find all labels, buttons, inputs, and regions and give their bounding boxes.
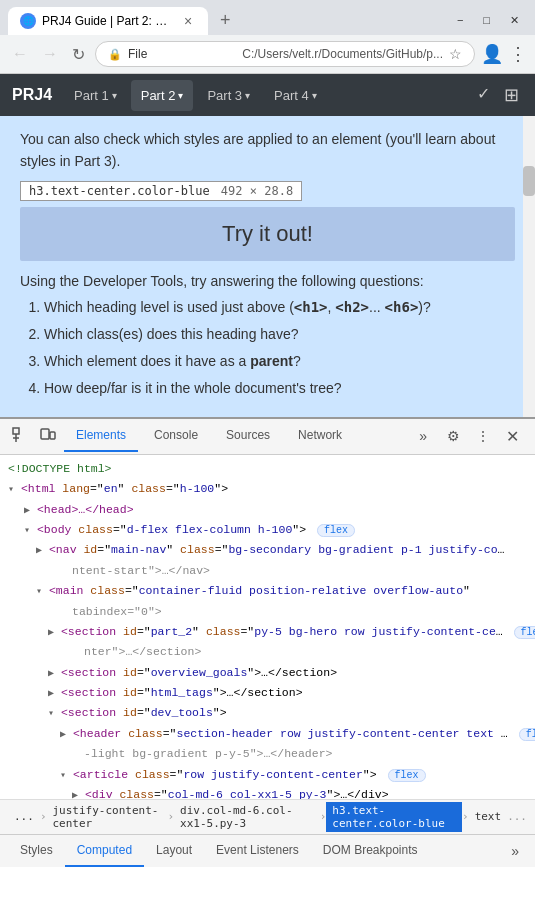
new-tab-button[interactable]: + — [212, 6, 239, 35]
address-protocol: File — [128, 47, 236, 61]
doctype-comment: <!DOCTYPE html> — [8, 462, 112, 475]
close-button[interactable]: ✕ — [502, 12, 527, 29]
breadcrumb-separator: › — [320, 810, 327, 823]
active-tab[interactable]: 🌐 PRJ4 Guide | Part 2: Edit the cont... … — [8, 7, 208, 35]
dom-line[interactable]: ▶ <section id="overview_goals">…</sectio… — [0, 663, 535, 683]
address-path: C:/Users/velt.r/Documents/GitHub/p... — [242, 47, 443, 61]
nav-right-icons: ✓ ⊞ — [473, 80, 523, 110]
flex-badge: flex — [514, 626, 535, 639]
dom-line[interactable]: ▾ <article class="row justify-content-ce… — [0, 765, 535, 785]
tab-dom-breakpoints[interactable]: DOM Breakpoints — [311, 835, 430, 867]
collapse-arrow-icon[interactable]: ▾ — [24, 525, 30, 536]
grid-icon[interactable]: ⊞ — [500, 80, 523, 110]
tab-elements[interactable]: Elements — [64, 420, 138, 452]
breadcrumb-item-div[interactable]: div.col-md-6.col-xx1-5.py-3 — [174, 802, 320, 832]
inspect-icon — [12, 427, 28, 443]
breadcrumb-item-justify[interactable]: justify-content-center — [47, 802, 168, 832]
dom-line: ntent-start">…</nav> — [0, 561, 535, 581]
scroll-indicator[interactable] — [523, 116, 535, 417]
dom-line[interactable]: ▶ <nav id="main-nav" class="bg-secondary… — [0, 540, 535, 560]
bookmark-icon[interactable]: ☆ — [449, 46, 462, 62]
tab-console[interactable]: Console — [142, 420, 210, 452]
dom-line[interactable]: ▾ <html lang="en" class="h-100"> — [0, 479, 535, 499]
collapse-arrow-icon[interactable]: ▶ — [48, 668, 54, 679]
collapse-arrow-icon[interactable]: ▶ — [60, 729, 66, 740]
nav-part1[interactable]: Part 1 ▾ — [64, 80, 127, 111]
flex-badge: flex — [388, 769, 426, 782]
dom-tree[interactable]: <!DOCTYPE html> ▾ <html lang="en" class=… — [0, 455, 535, 799]
dom-line[interactable]: ▶ <section id="part_2" class="py-5 bg-he… — [0, 622, 535, 642]
brand-label: PRJ4 — [12, 86, 52, 104]
refresh-button[interactable]: ↻ — [68, 43, 89, 66]
dom-line[interactable]: ▾ <body class="d-flex flex-column h-100"… — [0, 520, 535, 540]
tab-network[interactable]: Network — [286, 420, 354, 452]
question-1: Which heading level is used just above (… — [44, 297, 515, 318]
question-4: How deep/far is it in the whole document… — [44, 378, 515, 399]
device-toggle-button[interactable] — [36, 423, 60, 450]
back-button[interactable]: ← — [8, 43, 32, 65]
collapse-arrow-icon[interactable]: ▶ — [36, 545, 42, 556]
breadcrumb-item-h3[interactable]: h3.text-center.color-blue — [326, 802, 462, 832]
tooltip-dimensions: 492 × 28.8 — [221, 184, 293, 198]
dom-line[interactable]: ▾ <section id="dev_tools"> — [0, 703, 535, 723]
check-icon[interactable]: ✓ — [473, 80, 494, 110]
menu-icon[interactable]: ⋮ — [509, 43, 527, 65]
dom-line[interactable]: ▾ <main class="container-fluid position-… — [0, 581, 535, 601]
collapse-arrow-icon[interactable]: ▶ — [72, 790, 78, 799]
breadcrumb-separator: › — [462, 810, 469, 823]
devtools-bottom-tabs: Styles Computed Layout Event Listeners D… — [0, 834, 535, 867]
dom-line[interactable]: ▶ <header class="section-header row just… — [0, 724, 535, 744]
breadcrumb-item-dots[interactable]: ... — [8, 808, 40, 825]
dom-line[interactable]: ▶ <head>…</head> — [0, 500, 535, 520]
maximize-button[interactable]: □ — [475, 12, 498, 29]
collapse-arrow-icon[interactable]: ▶ — [48, 688, 54, 699]
main-content: You can also check which styles are appl… — [0, 116, 535, 417]
window-controls: − □ ✕ — [449, 12, 527, 29]
devtools-breadcrumb: ... › justify-content-center › div.col-m… — [0, 799, 535, 834]
collapse-arrow-icon[interactable]: ▾ — [48, 708, 54, 719]
settings-icon[interactable]: ⚙ — [439, 424, 468, 448]
question-2: Which class(es) does this heading have? — [44, 324, 515, 345]
forward-button[interactable]: → — [38, 43, 62, 65]
nav-part2[interactable]: Part 2 ▾ — [131, 80, 194, 111]
tab-computed[interactable]: Computed — [65, 835, 144, 867]
tab-styles[interactable]: Styles — [8, 835, 65, 867]
dropdown-arrow-icon: ▾ — [245, 90, 250, 101]
html-tag: <html — [21, 482, 56, 495]
collapse-arrow-icon[interactable]: ▾ — [60, 770, 66, 781]
dropdown-arrow-icon: ▾ — [112, 90, 117, 101]
svg-rect-0 — [13, 428, 19, 434]
devtools-close-button[interactable]: ✕ — [498, 423, 527, 450]
dom-line[interactable]: ▶ <div class="col-md-6 col-xx1-5 py-3">…… — [0, 785, 535, 799]
svg-rect-4 — [50, 432, 55, 439]
main-content-wrapper: You can also check which styles are appl… — [0, 116, 535, 417]
tab-sources[interactable]: Sources — [214, 420, 282, 452]
breadcrumb-ellipsis: ... — [507, 810, 527, 823]
dom-line: <!DOCTYPE html> — [0, 459, 535, 479]
collapse-arrow-icon[interactable]: ▾ — [36, 586, 42, 597]
element-tooltip: h3.text-center.color-blue 492 × 28.8 — [20, 181, 302, 201]
collapse-arrow-icon[interactable]: ▶ — [24, 505, 30, 516]
kebab-menu-icon[interactable]: ⋮ — [472, 424, 494, 448]
nav-part4[interactable]: Part 4 ▾ — [264, 80, 327, 111]
tab-layout[interactable]: Layout — [144, 835, 204, 867]
minimize-button[interactable]: − — [449, 12, 471, 29]
tab-close-button[interactable]: × — [180, 13, 196, 29]
more-tabs-icon[interactable]: » — [411, 424, 435, 448]
dom-line: -light bg-gradient p-y-5">…</header> — [0, 744, 535, 764]
tooltip-tag-name: h3.text-center.color-blue — [29, 184, 210, 198]
inspect-element-button[interactable] — [8, 423, 32, 450]
account-icon[interactable]: 👤 — [481, 43, 503, 65]
collapse-arrow-icon[interactable]: ▾ — [8, 484, 14, 495]
scroll-thumb[interactable] — [523, 166, 535, 196]
address-bar[interactable]: 🔒 File C:/Users/velt.r/Documents/GitHub/… — [95, 41, 475, 67]
breadcrumb-item-text[interactable]: text — [469, 808, 508, 825]
collapse-arrow-icon[interactable]: ▶ — [48, 627, 54, 638]
dom-line[interactable]: ▶ <section id="html_tags">…</section> — [0, 683, 535, 703]
nav-bar: ← → ↻ 🔒 File C:/Users/velt.r/Documents/G… — [0, 35, 535, 73]
tab-bar: 🌐 PRJ4 Guide | Part 2: Edit the cont... … — [0, 0, 535, 35]
devtools-panel: Elements Console Sources Network » ⚙ ⋮ ✕… — [0, 417, 535, 867]
tab-event-listeners[interactable]: Event Listeners — [204, 835, 311, 867]
nav-part3[interactable]: Part 3 ▾ — [197, 80, 260, 111]
more-bottom-tabs-icon[interactable]: » — [503, 839, 527, 863]
